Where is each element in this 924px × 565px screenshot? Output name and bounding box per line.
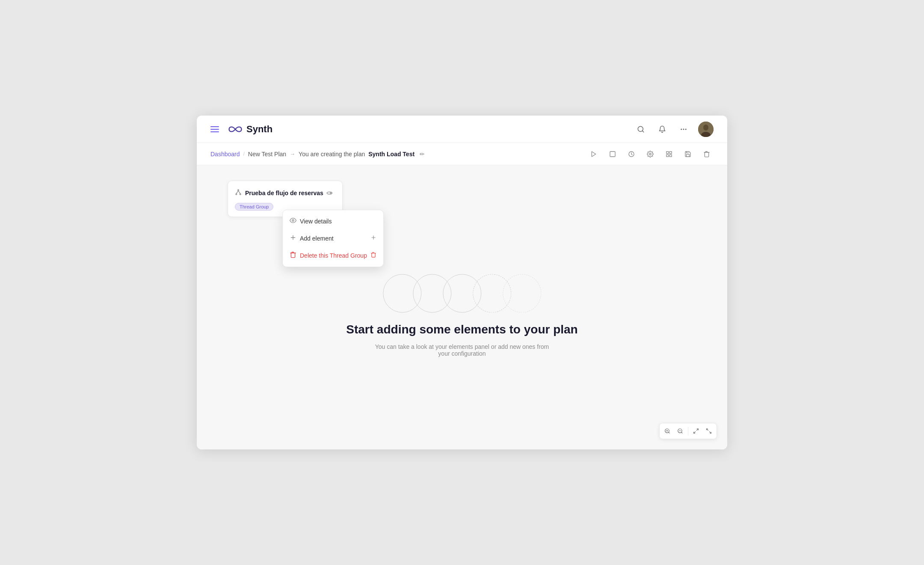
settings-button[interactable] <box>643 147 657 161</box>
header-right <box>634 122 714 137</box>
svg-line-27 <box>669 432 670 434</box>
plus-icon-right <box>370 235 376 242</box>
more-button[interactable] <box>677 122 690 136</box>
main-content: Prueba de flujo de reservas Thread Group <box>197 165 727 449</box>
plus-icon <box>290 234 296 243</box>
svg-line-1 <box>642 131 643 132</box>
empty-state-subtitle: You can take a look at your elements pan… <box>372 343 552 357</box>
header-left: Synth <box>210 124 272 135</box>
card-title: Prueba de flujo de reservas <box>245 190 323 196</box>
svg-marker-8 <box>592 152 595 157</box>
svg-point-11 <box>649 153 651 155</box>
avatar[interactable] <box>698 122 714 137</box>
svg-point-4 <box>686 129 687 130</box>
svg-line-20 <box>238 191 240 194</box>
svg-point-3 <box>683 129 684 130</box>
breadcrumb-dashboard[interactable]: Dashboard <box>210 151 240 158</box>
svg-rect-14 <box>669 155 672 157</box>
logo-icon <box>228 125 243 134</box>
notification-button[interactable] <box>655 122 669 136</box>
card-header: Prueba de flujo de reservas <box>235 187 335 199</box>
circle-5 <box>503 274 541 312</box>
trash-icon <box>290 251 296 260</box>
layout-button[interactable] <box>662 147 676 161</box>
svg-line-19 <box>236 191 238 194</box>
svg-rect-12 <box>666 152 669 154</box>
breadcrumb-creating-prefix: You are creating the plan <box>299 151 365 158</box>
menu-delete-label: Delete this Thread Group <box>300 252 367 259</box>
stop-button[interactable] <box>606 147 619 161</box>
logo: Synth <box>228 124 272 135</box>
breadcrumb: Dashboard / New Test Plan → You are crea… <box>210 151 425 158</box>
run-button[interactable] <box>587 147 601 161</box>
svg-rect-13 <box>669 152 672 154</box>
svg-rect-15 <box>666 155 669 157</box>
circles-illustration <box>383 274 541 312</box>
empty-state: Start adding some elements to your plan … <box>346 274 578 357</box>
card-menu-button[interactable] <box>323 187 335 199</box>
zoom-divider <box>688 427 688 435</box>
trash-icon-right <box>370 252 376 259</box>
eye-icon <box>290 217 296 226</box>
card-icon <box>235 189 242 197</box>
app-window: Synth <box>197 116 727 449</box>
menu-item-add-element[interactable]: Add element <box>283 230 383 247</box>
avatar-image <box>698 122 714 137</box>
menu-add-element-label: Add element <box>300 235 334 242</box>
context-menu: View details Add element <box>282 210 384 267</box>
zoom-in-button[interactable] <box>661 425 673 437</box>
save-button[interactable] <box>681 147 695 161</box>
breadcrumb-bar: Dashboard / New Test Plan → You are crea… <box>197 143 727 165</box>
svg-line-33 <box>696 429 698 431</box>
svg-line-36 <box>709 431 711 433</box>
hamburger-icon[interactable] <box>210 126 219 132</box>
svg-line-35 <box>707 429 708 431</box>
breadcrumb-new-test-plan: New Test Plan <box>248 151 286 158</box>
zoom-reset-button[interactable] <box>703 425 715 437</box>
breadcrumb-plan-name: Synth Load Test <box>368 151 415 158</box>
menu-view-details-label: View details <box>300 218 332 225</box>
thread-group-badge: Thread Group <box>235 203 273 211</box>
delete-button[interactable] <box>700 147 714 161</box>
svg-line-34 <box>694 431 696 433</box>
search-button[interactable] <box>634 122 648 136</box>
zoom-fit-button[interactable] <box>690 425 702 437</box>
zoom-controls <box>659 423 717 439</box>
card-title-row: Prueba de flujo de reservas <box>235 189 323 197</box>
svg-point-2 <box>681 129 682 130</box>
svg-rect-9 <box>610 152 615 157</box>
menu-item-view-details[interactable]: View details <box>283 213 383 230</box>
svg-point-21 <box>292 220 294 221</box>
breadcrumb-sep1: / <box>243 151 245 157</box>
breadcrumb-arrow: → <box>290 151 295 157</box>
svg-line-31 <box>681 432 683 434</box>
zoom-out-button[interactable] <box>674 425 686 437</box>
toolbar-actions <box>587 147 714 161</box>
edit-plan-name-icon[interactable]: ✏ <box>420 151 425 158</box>
menu-item-delete[interactable]: Delete this Thread Group <box>283 247 383 264</box>
logo-text: Synth <box>246 124 272 135</box>
header: Synth <box>197 116 727 143</box>
empty-state-title: Start adding some elements to your plan <box>346 323 578 336</box>
svg-point-6 <box>703 125 708 131</box>
timer-button[interactable] <box>625 147 638 161</box>
